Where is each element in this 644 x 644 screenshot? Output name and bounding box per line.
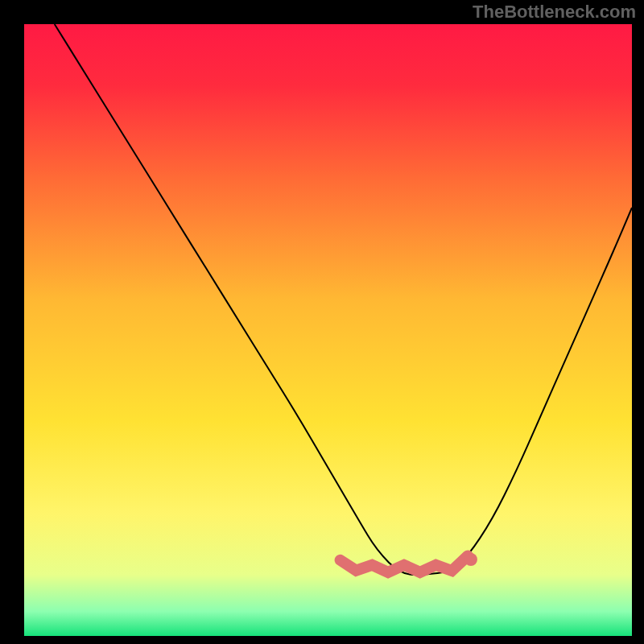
watermark-text: TheBottleneck.com — [473, 2, 636, 23]
trough-end-dot — [464, 553, 477, 566]
gradient-background — [24, 24, 632, 636]
bottleneck-chart — [0, 0, 644, 644]
